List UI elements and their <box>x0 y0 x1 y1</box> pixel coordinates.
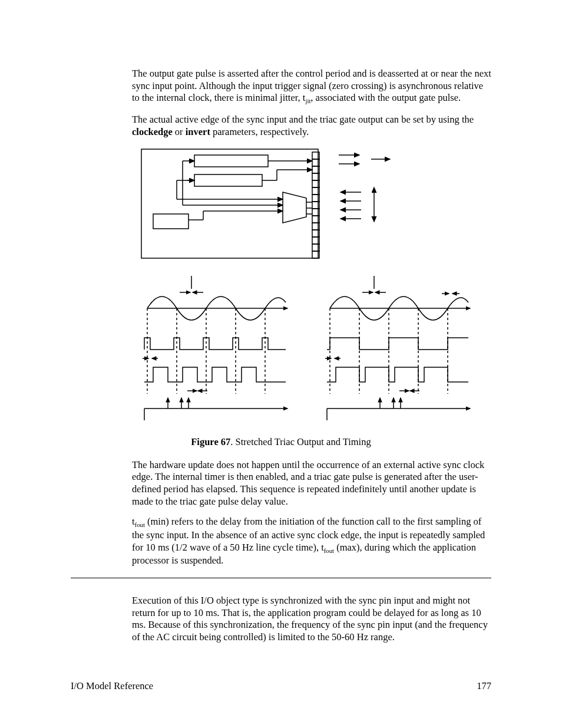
footer-left: I/O Model Reference <box>71 680 153 693</box>
horizontal-rule <box>71 578 491 578</box>
figure-67 <box>135 146 491 423</box>
svg-rect-3 <box>153 214 189 229</box>
figure-caption: Figure 67. Stretched Triac Output and Ti… <box>71 436 491 449</box>
paragraph-5: Execution of this I/O object type is syn… <box>132 595 491 644</box>
text: , associated with the output gate pulse. <box>310 92 461 103</box>
block-diagram <box>135 146 401 261</box>
svg-rect-1 <box>194 155 268 167</box>
bold-term: invert <box>186 126 210 137</box>
text: The actual active edge of the sync input… <box>132 114 474 125</box>
timing-diagrams <box>135 276 483 423</box>
caption-label: Figure 67 <box>191 436 230 447</box>
text: or <box>173 126 186 137</box>
paragraph-3: The hardware update does not happen unti… <box>132 459 491 508</box>
svg-rect-2 <box>194 174 262 186</box>
paragraph-2: The actual active edge of the sync input… <box>132 114 491 138</box>
svg-rect-0 <box>141 149 318 258</box>
subscript: fout <box>135 522 145 529</box>
page-footer: I/O Model Reference 177 <box>71 680 491 693</box>
caption-text: . Stretched Triac Output and Timing <box>230 436 371 447</box>
text: parameters, respectively. <box>210 126 309 137</box>
footer-page-number: 177 <box>477 680 491 693</box>
paragraph-4: tfout (min) refers to the delay from the… <box>132 516 491 567</box>
bold-term: clockedge <box>132 126 173 137</box>
paragraph-1: The output gate pulse is asserted after … <box>132 68 491 106</box>
subscript: fout <box>324 547 334 554</box>
